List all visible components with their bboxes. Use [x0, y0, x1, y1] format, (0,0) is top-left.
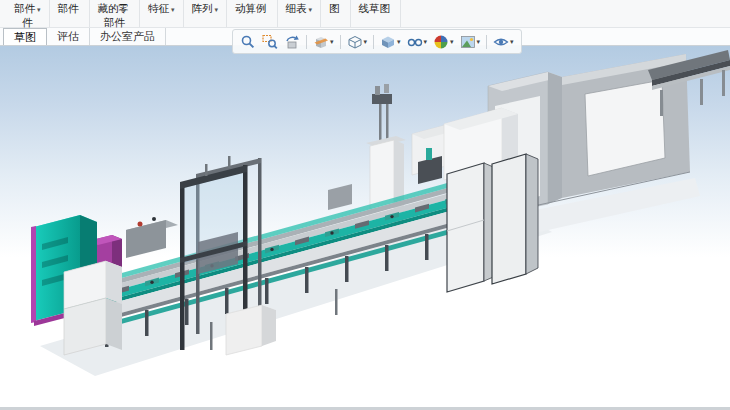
- toolbar-separator: [486, 35, 487, 49]
- zoom-to-area-icon: [262, 34, 278, 50]
- dropdown-caret: ▾: [309, 6, 313, 13]
- dropdown-caret: ▾: [37, 6, 41, 13]
- view-orientation-button[interactable]: ▾: [345, 33, 370, 51]
- dropdown-caret: ▾: [477, 38, 481, 46]
- command-manager-bar: 部件▾ 件 部件 藏的零 部件 特征▾ 阵列▾ 动算例 细表▾ 图: [0, 0, 730, 28]
- command-button-move-component[interactable]: 部件: [50, 0, 90, 27]
- command-label-2: 件: [22, 16, 33, 28]
- command-label: 特征: [148, 2, 169, 14]
- assembly-model[interactable]: [0, 46, 730, 410]
- display-style-icon: [380, 34, 396, 50]
- command-label: 部件: [14, 2, 35, 14]
- view-orientation-icon: [347, 34, 363, 50]
- white-cabinet-stack: [64, 261, 122, 355]
- command-label: 图: [329, 2, 340, 14]
- toolbar-separator: [373, 35, 374, 49]
- edit-appearance-icon: [433, 34, 449, 50]
- heads-up-view-toolbar: ▾ ▾ ▾ ▾ ▾ ▾ ▾: [232, 29, 522, 54]
- command-button-assembly-features[interactable]: 特征▾: [140, 0, 184, 27]
- command-label: 动算例: [235, 2, 267, 14]
- command-label: 细表: [286, 2, 307, 14]
- solidworks-window: 部件▾ 件 部件 藏的零 部件 特征▾ 阵列▾ 动算例 细表▾ 图: [0, 0, 730, 410]
- command-button-components[interactable]: 部件▾ 件: [6, 0, 50, 27]
- toolbar-separator: [340, 35, 341, 49]
- dropdown-caret: ▾: [171, 6, 175, 13]
- hide-show-items-button[interactable]: ▾: [405, 33, 430, 51]
- command-button-pattern[interactable]: 阵列▾: [184, 0, 228, 27]
- toolbar-separator: [306, 35, 307, 49]
- previous-view-icon: [284, 34, 300, 50]
- previous-view-button[interactable]: [282, 33, 302, 51]
- command-button-motion-study[interactable]: 动算例: [227, 0, 278, 27]
- tab-office-products[interactable]: 办公室产品: [90, 28, 166, 45]
- zoom-to-fit-button[interactable]: [238, 33, 258, 51]
- dropdown-caret: ▾: [364, 38, 368, 46]
- tab-evaluate[interactable]: 评估: [47, 28, 90, 45]
- view-settings-icon: [493, 34, 509, 50]
- command-button-show-hidden[interactable]: 藏的零 部件: [90, 0, 141, 27]
- graphics-area[interactable]: [0, 46, 730, 410]
- dropdown-caret: ▾: [424, 38, 428, 46]
- command-label-2: 部件: [104, 16, 125, 28]
- control-cabinets: [447, 154, 538, 292]
- edit-appearance-button[interactable]: ▾: [431, 33, 456, 51]
- dropdown-caret: ▾: [450, 38, 454, 46]
- command-label: 藏的零: [98, 2, 130, 14]
- zoom-to-area-button[interactable]: [260, 33, 280, 51]
- front-white-box: [226, 305, 276, 355]
- zoom-to-fit-icon: [240, 34, 256, 50]
- section-view-button[interactable]: ▾: [311, 33, 336, 51]
- tab-sketch[interactable]: 草图: [3, 28, 47, 45]
- command-button-exploded-view[interactable]: 图: [321, 0, 351, 27]
- command-button-bom[interactable]: 细表▾: [278, 0, 322, 27]
- command-label: 阵列: [192, 2, 213, 14]
- dropdown-caret: ▾: [397, 38, 401, 46]
- display-style-button[interactable]: ▾: [378, 33, 403, 51]
- dropdown-caret: ▾: [510, 38, 514, 46]
- command-label: 线草图: [359, 2, 391, 14]
- command-button-explode-line-sketch[interactable]: 线草图: [351, 0, 402, 27]
- section-view-icon: [313, 34, 329, 50]
- dropdown-caret: ▾: [330, 38, 334, 46]
- view-settings-button[interactable]: ▾: [491, 33, 516, 51]
- apply-scene-icon: [460, 34, 476, 50]
- dropdown-caret: ▾: [215, 6, 219, 13]
- hide-show-items-icon: [407, 34, 423, 50]
- apply-scene-button[interactable]: ▾: [458, 33, 483, 51]
- command-label: 部件: [58, 2, 79, 14]
